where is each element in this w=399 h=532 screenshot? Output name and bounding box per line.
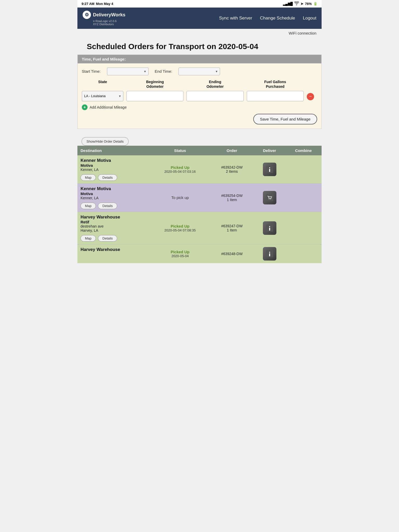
dest-sub: Motiva [81,191,147,196]
logo-icon: ⚙ [83,11,91,19]
status-cell: Picked Up 2020-05-04 07:08:35 [150,212,210,244]
wifi-notice: WiFi connection [77,29,322,37]
page-title: Scheduled Orders for Transport on 2020-0… [82,37,317,55]
deliver-icon-box[interactable] [263,163,276,176]
status-col-header: Status [150,146,210,155]
add-mileage-label[interactable]: Add Additional Mileage [90,105,127,109]
logout-link[interactable]: Logout [303,16,316,21]
fuel-mileage-section: Time, Fuel and Mileage: Start Time: End … [77,55,322,137]
state-select-wrapper: LA - Louisiana [82,91,123,101]
svg-point-1 [269,167,270,168]
details-button[interactable]: Details [98,203,117,209]
logo-name: DeliveryWorks [93,12,125,18]
logo-sub: ≡ RowLogic v2.0.6 XYZ Distributors [83,19,125,26]
dest-addr: Kenner, LA [81,168,147,172]
status-time: 9:27 AM [82,2,94,6]
order-items: 1 Item [213,228,251,232]
combine-cell [285,244,322,263]
svg-point-4 [269,198,269,199]
deliver-icon-box[interactable] [263,191,276,204]
table-header-row: Destination Status Order Deliver Combine [77,146,322,155]
fuel-section-body: Start Time: End Time: State Beginning [78,63,321,129]
svg-point-5 [270,198,271,199]
end-time-wrapper [178,68,220,75]
action-buttons: Map Details [81,174,147,181]
start-time-label: Start Time: [82,69,101,74]
sync-server-link[interactable]: Sync with Server [219,16,252,21]
end-time-select[interactable] [178,68,220,75]
change-schedule-link[interactable]: Change Schedule [260,16,295,21]
dest-addr: Harvey, LA [81,228,147,232]
dest-sub: Motiva [81,163,147,168]
logo-sub-line1: ≡ RowLogic v2.0.6 [93,19,125,23]
orders-table: Destination Status Order Deliver Combine… [77,146,322,263]
app-header: ⚙ DeliveryWorks ≡ RowLogic v2.0.6 XYZ Di… [77,8,322,29]
page-title-wrapper: Scheduled Orders for Transport on 2020-0… [77,37,322,55]
status-bar: 9:27 AM Mon May 4 ▂▄▆█ ➤ 76% 🔋 [77,0,322,8]
status-cell: Picked Up 2020-05-04 07:03:16 [150,155,210,183]
table-row: Harvey Warehouse Retif destrehan aveHarv… [77,212,322,244]
destination-cell: Harvey Warehouse [77,244,150,263]
svg-rect-3 [266,194,273,201]
save-time-fuel-mileage-button[interactable]: Save Time, Fuel and Mileage [253,114,317,124]
show-hide-row: Show/Hide Order Details [77,137,322,146]
beginning-odometer-input[interactable] [127,91,183,101]
logo-area: ⚙ DeliveryWorks ≡ RowLogic v2.0.6 XYZ Di… [83,11,125,26]
deliver-icon-box[interactable] [263,247,276,261]
add-mileage-row: + Add Additional Mileage [82,104,317,110]
dest-name: Kenner Motiva [81,158,147,163]
battery: 76% [305,2,312,6]
deliver-icon-box[interactable] [263,221,276,235]
deliver-cell [254,212,285,244]
deliver-cell [254,184,285,212]
destination-cell: Kenner Motiva Motiva Kenner, LA Map Deta… [77,155,150,183]
dest-name: Kenner Motiva [81,186,147,191]
state-select[interactable]: LA - Louisiana [82,91,123,101]
deliver-cell [254,155,285,183]
start-time-select[interactable] [107,68,149,75]
combine-cell [285,184,322,212]
fuel-section-header: Time, Fuel and Mileage: [78,55,321,63]
fuel-gallons-col-header: Fuel GallonsPurchased [247,79,304,89]
order-col-header: Order [210,146,254,155]
status-time: 2020-05-04 07:03:16 [153,170,207,174]
order-cell: #639254-DW 1 Item [210,184,254,212]
time-row: Start Time: End Time: [82,68,317,75]
deliver-col-header: Deliver [254,146,285,155]
dest-addr: destrehan ave [81,224,147,228]
remove-mileage-button[interactable]: − [307,93,314,100]
combine-cell [285,155,322,183]
map-button[interactable]: Map [81,174,96,181]
start-time-wrapper [107,68,149,75]
save-row: Save Time, Fuel and Mileage [82,114,317,124]
show-hide-order-details-button[interactable]: Show/Hide Order Details [82,137,129,146]
order-items: 1 Item [213,198,251,202]
destination-col-header: Destination [77,146,150,155]
status-time: 2020-05-04 [153,254,207,258]
status-bar-right: ▂▄▆█ ➤ 76% 🔋 [283,2,317,6]
order-cell: #639248-DW [210,244,254,263]
destination-cell: Kenner Motiva Motiva Kenner, LA Map Deta… [77,184,150,212]
combine-col-header: Combine [285,146,322,155]
action-buttons: Map Details [81,203,147,209]
signal-icon: ▂▄▆█ [283,2,293,6]
details-button[interactable]: Details [98,174,117,181]
details-button[interactable]: Details [98,235,117,242]
map-button[interactable]: Map [81,235,96,242]
fuel-panel: Time, Fuel and Mileage: Start Time: End … [77,55,322,129]
logo-sub-line2: XYZ Distributors [93,23,125,26]
order-cell: #639247-DW 1 Item [210,212,254,244]
ending-odometer-col-header: EndingOdometer [187,79,243,89]
add-mileage-icon[interactable]: + [82,104,88,110]
state-col-header: State [82,79,123,84]
fuel-gallons-input[interactable] [247,91,304,101]
dest-addr: Kenner, LA [81,196,147,200]
status-time: 2020-05-04 07:08:35 [153,228,207,232]
logo-top: ⚙ DeliveryWorks [83,11,125,19]
map-button[interactable]: Map [81,203,96,209]
order-items: 2 Items [213,169,251,174]
ending-odometer-input[interactable] [187,91,243,101]
status-cell: Picked Up 2020-05-04 [150,244,210,263]
table-row: Kenner Motiva Motiva Kenner, LA Map Deta… [77,184,322,212]
svg-point-10 [269,252,270,253]
